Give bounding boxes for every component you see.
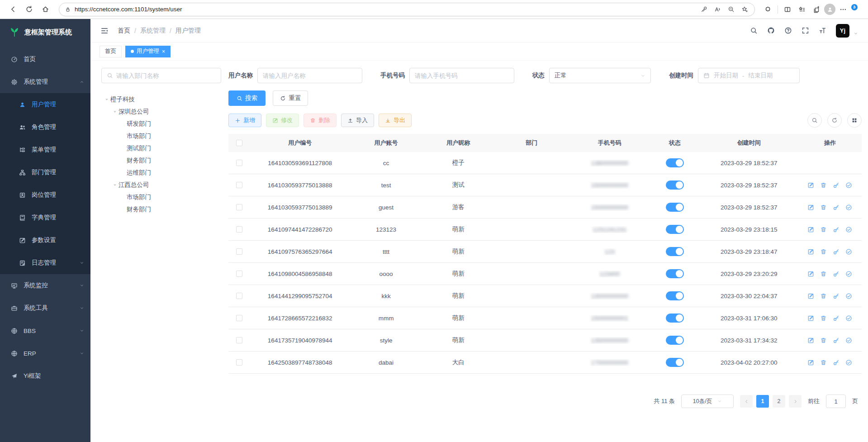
status-select[interactable]: 正常 xyxy=(549,68,651,83)
add-button[interactable]: 新增 xyxy=(228,114,261,127)
tree-node-label[interactable]: 测试部门 xyxy=(127,144,151,152)
sidebar-item-3[interactable]: 角色管理 xyxy=(0,116,90,138)
breadcrumb-system[interactable]: 系统管理 xyxy=(140,27,166,35)
date-range-picker[interactable]: 开始日期 - 结束日期 xyxy=(698,68,800,83)
sidebar-item-10[interactable]: 系统监控 xyxy=(0,274,90,297)
assign-role-button[interactable] xyxy=(845,337,852,344)
row-checkbox[interactable] xyxy=(236,160,242,166)
assign-role-button[interactable] xyxy=(845,359,852,366)
status-toggle[interactable] xyxy=(666,225,684,234)
row-checkbox[interactable] xyxy=(236,248,242,255)
close-tab-icon[interactable]: × xyxy=(162,48,165,55)
assign-role-button[interactable] xyxy=(845,204,852,211)
phone-field[interactable] xyxy=(409,68,514,83)
select-all-checkbox[interactable] xyxy=(236,140,242,146)
sidebar-item-1[interactable]: 系统管理 xyxy=(0,71,90,93)
tree-caret-icon[interactable] xyxy=(111,109,119,114)
favorites-bar-icon[interactable] xyxy=(795,3,809,16)
edit-user-button[interactable] xyxy=(807,226,814,233)
tree-node[interactable]: 市场部门 xyxy=(101,130,221,142)
tree-node[interactable]: 财务部门 xyxy=(101,154,221,166)
row-checkbox[interactable] xyxy=(236,271,242,277)
tree-node-label[interactable]: 研发部门 xyxy=(127,120,151,128)
read-aloud-icon[interactable] xyxy=(711,3,724,16)
favorite-add-icon[interactable] xyxy=(738,3,751,16)
row-checkbox[interactable] xyxy=(236,315,242,321)
edit-user-button[interactable] xyxy=(807,315,814,322)
sidebar-item-4[interactable]: 菜单管理 xyxy=(0,138,90,161)
row-checkbox[interactable] xyxy=(236,359,242,366)
reset-password-button[interactable] xyxy=(833,271,840,277)
chevron-down-icon[interactable] xyxy=(854,31,858,36)
modify-button[interactable]: 修改 xyxy=(266,114,299,127)
row-checkbox[interactable] xyxy=(236,337,242,343)
tree-node-label[interactable]: 市场部门 xyxy=(127,132,151,140)
delete-user-button[interactable] xyxy=(820,182,827,189)
collapse-menu-icon[interactable] xyxy=(100,27,109,35)
assign-role-button[interactable] xyxy=(845,293,852,299)
edit-user-button[interactable] xyxy=(807,293,814,299)
password-key-icon[interactable] xyxy=(697,3,710,16)
status-toggle[interactable] xyxy=(666,181,684,190)
github-icon[interactable] xyxy=(767,27,775,34)
tree-node-label[interactable]: 财务部门 xyxy=(127,205,151,214)
username-input[interactable] xyxy=(263,72,357,79)
show-search-button[interactable] xyxy=(807,113,822,128)
page-button-1[interactable]: 1 xyxy=(756,395,769,408)
edit-user-button[interactable] xyxy=(807,271,814,277)
status-toggle[interactable] xyxy=(666,291,684,300)
reset-password-button[interactable] xyxy=(833,293,840,299)
row-checkbox[interactable] xyxy=(236,182,242,188)
zoom-out-icon[interactable] xyxy=(725,3,737,16)
home-icon[interactable] xyxy=(38,3,52,16)
breadcrumb-user[interactable]: 用户管理 xyxy=(175,27,201,35)
help-icon[interactable] xyxy=(784,27,792,34)
fullscreen-icon[interactable] xyxy=(802,27,809,34)
reset-password-button[interactable] xyxy=(833,315,840,322)
user-avatar[interactable]: Yj xyxy=(836,24,849,38)
extensions-icon[interactable] xyxy=(761,3,775,16)
breadcrumb-home[interactable]: 首页 xyxy=(118,27,130,35)
tree-node-label[interactable]: 橙子科技 xyxy=(110,95,135,104)
sidebar-item-9[interactable]: 日志管理 xyxy=(0,252,90,274)
sidebar-item-12[interactable]: BBS xyxy=(0,319,90,342)
status-toggle[interactable] xyxy=(666,336,684,345)
tree-node[interactable]: 深圳总公司 xyxy=(101,105,221,118)
collections-icon[interactable] xyxy=(810,3,823,16)
prev-page-button[interactable] xyxy=(740,395,753,408)
status-toggle[interactable] xyxy=(666,203,684,212)
assign-role-button[interactable] xyxy=(845,226,852,233)
phone-input[interactable] xyxy=(415,72,509,79)
dept-search-field[interactable] xyxy=(101,68,221,83)
sidebar-item-2[interactable]: 用户管理 xyxy=(0,93,90,116)
tree-node-label[interactable]: 财务部门 xyxy=(127,157,151,165)
goto-page-input[interactable] xyxy=(826,394,846,408)
delete-user-button[interactable] xyxy=(820,315,827,322)
edit-user-button[interactable] xyxy=(807,337,814,344)
delete-user-button[interactable] xyxy=(820,271,827,277)
address-bar[interactable]: https://ccnetcore.com:1101/system/user xyxy=(59,3,755,16)
edit-user-button[interactable] xyxy=(807,359,814,366)
delete-user-button[interactable] xyxy=(820,226,827,233)
status-toggle[interactable] xyxy=(666,358,684,367)
assign-role-button[interactable] xyxy=(845,271,852,277)
status-toggle[interactable] xyxy=(666,269,684,278)
delete-user-button[interactable] xyxy=(820,359,827,366)
edit-user-button[interactable] xyxy=(807,248,814,255)
reset-password-button[interactable] xyxy=(833,359,840,366)
page-size-select[interactable]: 10条/页 xyxy=(681,394,734,408)
tree-node[interactable]: 财务部门 xyxy=(101,203,221,215)
tree-node[interactable]: 市场部门 xyxy=(101,191,221,203)
tree-node-label[interactable]: 运维部门 xyxy=(127,169,151,177)
copilot-icon[interactable]: b xyxy=(851,4,863,15)
export-button[interactable]: 导出 xyxy=(379,114,412,127)
more-menu-icon[interactable] xyxy=(836,3,850,16)
reset-button[interactable]: 重置 xyxy=(273,90,308,106)
search-button[interactable]: 搜索 xyxy=(228,90,266,106)
sidebar-item-7[interactable]: 字典管理 xyxy=(0,206,90,229)
sidebar-item-13[interactable]: ERP xyxy=(0,342,90,365)
column-settings-button[interactable] xyxy=(847,113,862,128)
edit-user-button[interactable] xyxy=(807,182,814,189)
edit-user-button[interactable] xyxy=(807,204,814,211)
refresh-icon[interactable] xyxy=(22,3,36,16)
